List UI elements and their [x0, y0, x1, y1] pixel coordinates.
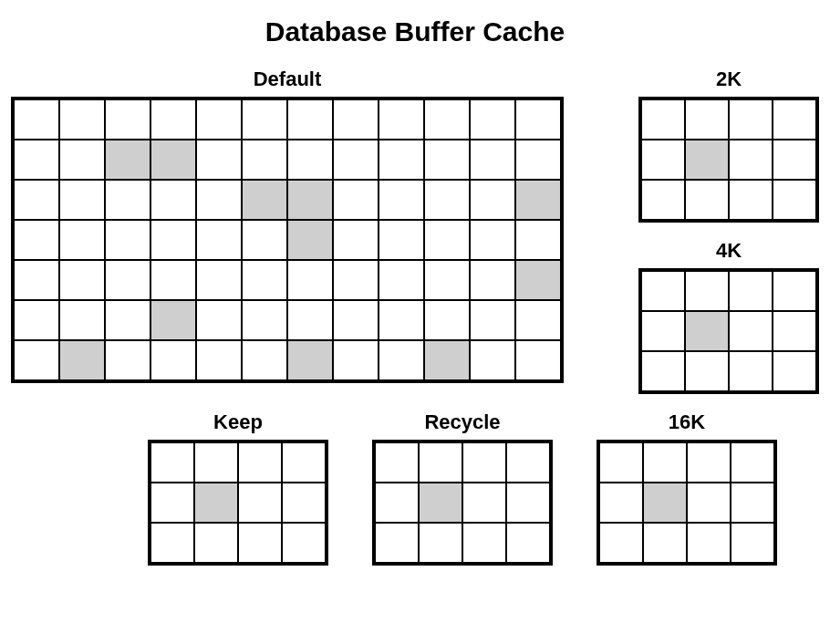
buffer-cell	[641, 180, 685, 220]
buffer-cell	[105, 220, 150, 260]
buffer-cell	[150, 220, 196, 260]
buffer-cell	[379, 300, 424, 340]
buffer-cell	[685, 99, 729, 140]
buffer-cell	[196, 260, 242, 300]
pool-keep: Keep	[148, 410, 328, 566]
buffer-cell	[470, 300, 515, 340]
buffer-cell	[424, 340, 470, 380]
pool-2k-grid	[638, 97, 819, 223]
buffer-cell	[599, 523, 643, 563]
buffer-cell	[424, 99, 470, 140]
buffer-cell	[506, 483, 550, 523]
buffer-cell	[470, 260, 515, 300]
buffer-cell	[424, 140, 470, 180]
buffer-cell	[379, 260, 424, 300]
buffer-cell	[424, 260, 470, 300]
buffer-cell	[282, 483, 326, 523]
buffer-cell	[150, 523, 194, 563]
buffer-cell	[196, 99, 242, 140]
pool-keep-grid	[148, 440, 328, 566]
buffer-cell	[685, 311, 729, 351]
buffer-cell	[196, 140, 242, 180]
pool-16k: 16K	[597, 410, 777, 566]
buffer-cell	[105, 300, 150, 340]
buffer-cell	[242, 260, 287, 300]
buffer-cell	[242, 140, 287, 180]
buffer-cell	[282, 442, 326, 483]
pool-default-label: Default	[254, 68, 322, 91]
buffer-cell	[685, 140, 729, 180]
bottom-row: Keep Recycle 16K	[11, 410, 819, 566]
buffer-cell	[375, 442, 419, 483]
buffer-cell	[506, 442, 550, 483]
buffer-cell	[419, 523, 462, 563]
pool-recycle: Recycle	[372, 410, 553, 566]
buffer-cell	[685, 180, 729, 220]
buffer-cell	[150, 483, 194, 523]
buffer-cell	[242, 180, 287, 220]
buffer-cell	[470, 180, 515, 220]
pool-4k: 4K	[638, 239, 819, 394]
buffer-cell	[641, 271, 685, 311]
buffer-cell	[773, 140, 816, 180]
buffer-cell	[196, 180, 242, 220]
buffer-cell	[196, 340, 242, 380]
buffer-cell	[150, 300, 196, 340]
buffer-cell	[14, 180, 59, 220]
buffer-cell	[599, 483, 643, 523]
buffer-cell	[470, 340, 515, 380]
buffer-cell	[419, 442, 462, 483]
buffer-cell	[462, 442, 506, 483]
buffer-cell	[470, 99, 515, 140]
buffer-cell	[687, 523, 731, 563]
buffer-cell	[515, 260, 561, 300]
buffer-cell	[333, 220, 379, 260]
buffer-cell	[641, 311, 685, 351]
buffer-cell	[515, 180, 561, 220]
buffer-cell	[238, 483, 282, 523]
pool-default: Default	[11, 68, 564, 383]
buffer-cell	[287, 220, 333, 260]
buffer-cell	[242, 99, 287, 140]
buffer-cell	[59, 99, 105, 140]
buffer-cell	[379, 340, 424, 380]
buffer-cell	[150, 180, 196, 220]
buffer-cell	[150, 140, 196, 180]
buffer-cell	[333, 99, 379, 140]
top-row: Default 2K 4K	[11, 68, 819, 394]
diagram-root: Database Buffer Cache Default 2K 4K Keep…	[0, 0, 830, 644]
buffer-cell	[333, 300, 379, 340]
buffer-cell	[14, 140, 59, 180]
buffer-cell	[424, 300, 470, 340]
buffer-cell	[287, 340, 333, 380]
pool-2k-label: 2K	[716, 68, 742, 91]
buffer-cell	[287, 180, 333, 220]
buffer-cell	[643, 483, 687, 523]
buffer-cell	[687, 442, 731, 483]
buffer-cell	[379, 99, 424, 140]
buffer-cell	[14, 260, 59, 300]
pool-16k-label: 16K	[669, 410, 705, 434]
buffer-cell	[424, 180, 470, 220]
pool-keep-label: Keep	[213, 410, 263, 434]
buffer-cell	[59, 140, 105, 180]
buffer-cell	[150, 99, 196, 140]
buffer-cell	[685, 351, 729, 391]
buffer-cell	[731, 442, 774, 483]
pool-4k-label: 4K	[716, 239, 742, 263]
buffer-cell	[729, 140, 773, 180]
buffer-cell	[773, 271, 816, 311]
buffer-cell	[729, 311, 773, 351]
buffer-cell	[379, 180, 424, 220]
buffer-cell	[462, 483, 506, 523]
buffer-cell	[287, 260, 333, 300]
buffer-cell	[194, 483, 238, 523]
buffer-cell	[238, 442, 282, 483]
buffer-cell	[333, 180, 379, 220]
buffer-cell	[333, 340, 379, 380]
buffer-cell	[242, 220, 287, 260]
buffer-cell	[643, 442, 687, 483]
pool-default-grid	[11, 97, 564, 383]
buffer-cell	[515, 99, 561, 140]
buffer-cell	[641, 140, 685, 180]
